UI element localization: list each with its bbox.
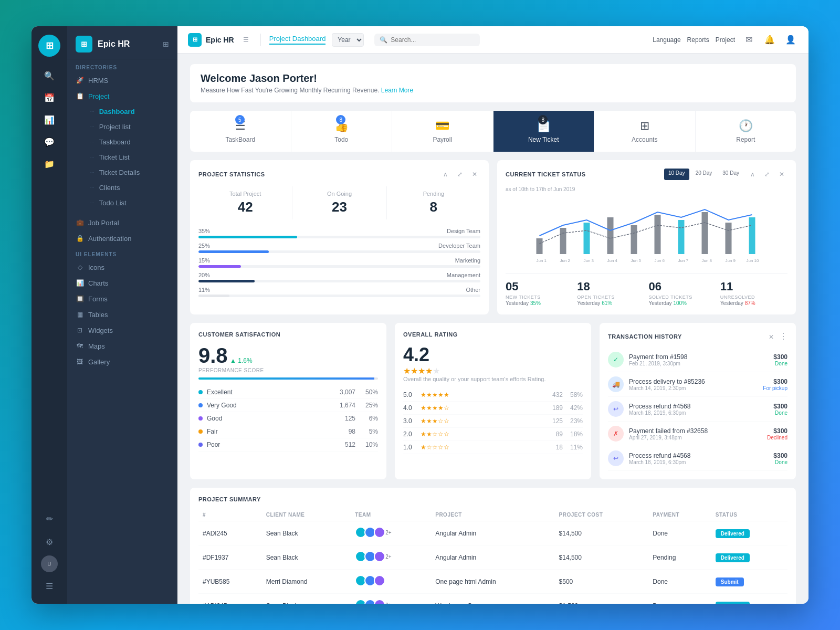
- sidebar-item-job-portal[interactable]: 💼 Job Portal: [67, 215, 177, 230]
- transaction-close-icon[interactable]: ✕: [769, 333, 774, 341]
- icon-nav-chat[interactable]: 💬: [40, 132, 59, 151]
- directories-label: DIRECTORIES: [67, 59, 177, 72]
- sidebar-item-widgets[interactable]: ⊡ Widgets: [67, 322, 177, 338]
- day-tab-10[interactable]: 10 Day: [664, 169, 689, 180]
- todo-label: Todo: [334, 136, 348, 143]
- quick-action-report[interactable]: 🕐 Report: [696, 111, 796, 152]
- quick-action-accounts[interactable]: ⊞ Accounts: [594, 111, 696, 152]
- sidebar-grid-icon[interactable]: ⊞: [163, 40, 169, 48]
- cell-team: [351, 570, 431, 594]
- progress-team-label: Marketing: [455, 257, 480, 264]
- quick-action-new-ticket[interactable]: 8 📄 New Ticket: [494, 111, 595, 152]
- top-menu-icon[interactable]: ☰: [240, 34, 252, 46]
- summary-table-head: # CLIENT NAME TEAM PROJECT PROJECT COST …: [198, 509, 788, 521]
- cell-payment: Done: [648, 594, 711, 604]
- top-right-controls: Language Reports Project ✉ 🔔 👤: [653, 33, 798, 47]
- app-logo-icon[interactable]: ⊞: [38, 35, 60, 57]
- ticket-status-close[interactable]: ✕: [776, 169, 788, 180]
- project-stats-close[interactable]: ✕: [469, 169, 480, 180]
- icon-nav-chart[interactable]: 📊: [40, 110, 59, 129]
- sidebar-item-project[interactable]: 📋 Project: [67, 88, 177, 104]
- sidebar-item-taskboard-label: Taskboard: [99, 138, 131, 146]
- sidebar-item-authentication[interactable]: 🔒 Authentication: [67, 230, 177, 246]
- new-ticket-label: New Ticket: [528, 136, 559, 143]
- pending-box: Pending 8: [387, 186, 480, 219]
- quick-action-todo[interactable]: 8 👍 Todo: [291, 111, 393, 152]
- ticket-status-header: CURRENT TICKET STATUS 10 Day 20 Day 30 D…: [506, 169, 788, 180]
- trans-right: $300 Declined: [767, 427, 788, 440]
- sidebar-item-clients[interactable]: ··· Clients: [82, 180, 177, 195]
- cell-team: 2+: [351, 545, 431, 570]
- sidebar-item-dashboard[interactable]: ··· Dashboard: [82, 104, 177, 119]
- svg-text:Jun 2: Jun 2: [560, 258, 571, 263]
- transaction-history-header: TRANSACTION HISTORY ✕ ⋮: [608, 331, 788, 341]
- rating-stars: ★☆☆☆☆: [421, 444, 449, 451]
- day-tab-30[interactable]: 30 Day: [718, 169, 743, 180]
- icon-nav-search[interactable]: 🔍: [40, 66, 59, 85]
- trans-icon-check: ✓: [608, 352, 624, 368]
- sidebar-item-dashboard-label: Dashboard: [99, 108, 135, 116]
- sidebar-item-icons[interactable]: ◇ Icons: [67, 259, 177, 275]
- quick-action-taskboard[interactable]: 5 ☰ TaskBoard: [190, 111, 291, 152]
- language-button[interactable]: Language: [653, 36, 680, 44]
- cell-project: Wordpress One page: [431, 594, 554, 604]
- icon-nav-folder[interactable]: 📁: [40, 154, 59, 173]
- project-stats-panel: PROJECT STATISTICS ∧ ⤢ ✕ Total Project 4…: [190, 160, 489, 314]
- sat-pct: 5%: [360, 428, 378, 435]
- mail-icon[interactable]: ✉: [741, 33, 756, 47]
- icon-nav-menu[interactable]: ☰: [40, 576, 59, 595]
- sidebar-item-ticket-list[interactable]: ··· Ticket List: [82, 150, 177, 165]
- icon-nav-edit[interactable]: ✏: [40, 509, 59, 528]
- sidebar-item-gallery-label: Gallery: [88, 358, 110, 366]
- transaction-more-icon[interactable]: ⋮: [779, 332, 788, 341]
- sidebar-item-taskboard[interactable]: ··· Taskboard: [82, 134, 177, 150]
- dots-icon: ···: [90, 185, 94, 190]
- ticket-status-collapse[interactable]: ∧: [747, 169, 758, 180]
- sidebar-item-charts[interactable]: 📊 Charts: [67, 275, 177, 291]
- user-icon[interactable]: 👤: [783, 33, 798, 47]
- trans-name: Payment from #1598: [629, 353, 768, 361]
- sidebar-item-widgets-label: Widgets: [88, 327, 113, 334]
- cell-client: Sean Black: [262, 521, 351, 545]
- svg-text:Jun 6: Jun 6: [655, 258, 665, 263]
- cell-id: #ADI245: [198, 521, 262, 545]
- ticket-num-label: NEW TICKETS: [506, 295, 573, 300]
- day-tab-20[interactable]: 20 Day: [691, 169, 717, 180]
- rating-stars: ★★★☆☆: [421, 417, 449, 425]
- top-tab-dashboard[interactable]: Project Dashboard: [269, 35, 326, 45]
- progress-bar: [198, 265, 480, 268]
- project-button[interactable]: Project: [716, 36, 735, 44]
- trans-icon-refund: ↩: [608, 401, 624, 417]
- year-select[interactable]: Year 2019 2020: [332, 33, 364, 47]
- project-stats-numbers: Total Project 42 On Going 23 Pending 8: [198, 186, 480, 219]
- project-stats-controls: ∧ ⤢ ✕: [439, 169, 480, 180]
- quick-action-payroll[interactable]: 💳 Payroll: [392, 111, 494, 152]
- sidebar-item-tables[interactable]: ▦ Tables: [67, 307, 177, 322]
- transaction-header-icons: ✕ ⋮: [769, 331, 788, 341]
- main-sidebar: ⊞ Epic HR ⊞ DIRECTORIES 🚀 HRMS 📋 Project…: [67, 26, 177, 604]
- rating-score: 5.0: [403, 391, 416, 398]
- overall-rating-value: 4.2: [403, 344, 583, 366]
- reports-button[interactable]: Reports: [687, 36, 709, 44]
- notification-icon[interactable]: 🔔: [762, 33, 777, 47]
- ticket-status-expand[interactable]: ⤢: [761, 169, 773, 180]
- icon-nav-settings[interactable]: ⚙: [40, 532, 59, 551]
- sidebar-item-ticket-details[interactable]: ··· Ticket Details: [82, 165, 177, 180]
- project-stats-collapse[interactable]: ∧: [439, 169, 451, 180]
- sidebar-item-todo[interactable]: ··· Todo List: [82, 195, 177, 211]
- team-more: 2+: [385, 530, 391, 536]
- icon-nav-calendar[interactable]: 📅: [40, 88, 59, 107]
- search-input[interactable]: [391, 36, 475, 44]
- sidebar-item-gallery[interactable]: 🖼 Gallery: [67, 354, 177, 370]
- project-stats-expand[interactable]: ⤢: [454, 169, 466, 180]
- sidebar-item-maps[interactable]: 🗺 Maps: [67, 338, 177, 354]
- cell-client: Sean Black: [262, 594, 351, 604]
- learn-more-link[interactable]: Learn More: [381, 87, 413, 94]
- trans-right: $300 Done: [773, 353, 788, 366]
- sidebar-item-forms[interactable]: 🔲 Forms: [67, 291, 177, 307]
- satisfaction-bar: [198, 377, 378, 380]
- sidebar-item-project-list[interactable]: ··· Project list: [82, 119, 177, 134]
- user-avatar-small[interactable]: U: [41, 555, 58, 572]
- sidebar-item-hrms[interactable]: 🚀 HRMS: [67, 72, 177, 88]
- rating-pct: 58%: [567, 391, 583, 398]
